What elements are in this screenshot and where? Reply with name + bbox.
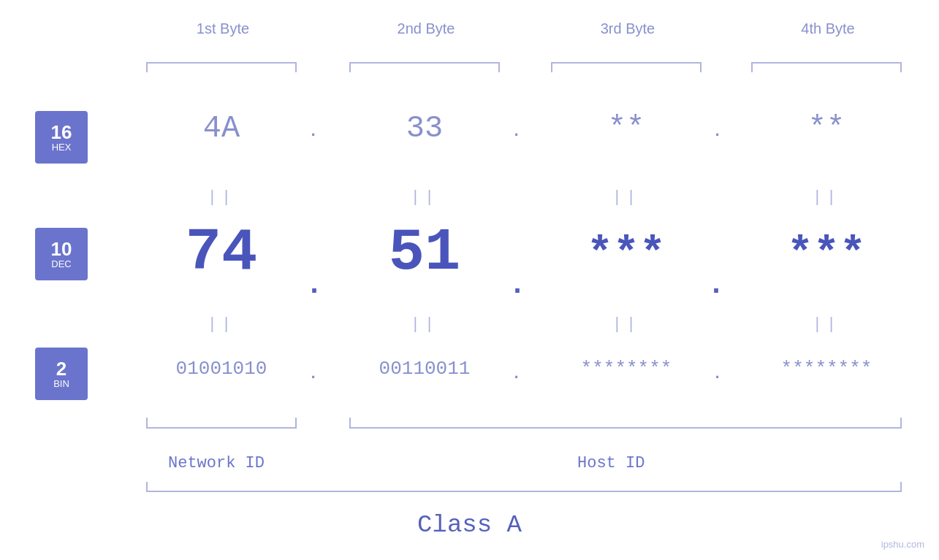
col3-header: 3rd Byte — [551, 20, 704, 37]
dec-val3: *** — [551, 219, 702, 279]
bin-badge-num: 2 — [56, 359, 66, 378]
col2-header: 2nd Byte — [349, 20, 503, 37]
bin-val4: ******** — [744, 358, 909, 380]
hex-badge-num: 16 — [51, 123, 72, 142]
bracket-class-tick-r — [900, 482, 902, 492]
bracket-bot-host — [349, 427, 902, 429]
hex-badge-label: HEX — [52, 142, 72, 153]
hex-val1: 4A — [146, 111, 297, 146]
hex-val3: ** — [551, 111, 702, 146]
dec-badge-label: DEC — [51, 258, 71, 269]
bin-val3: ******** — [544, 358, 709, 380]
bin-val2: 00110011 — [342, 358, 507, 380]
dot-hex-2: . — [512, 123, 521, 141]
dot-bin-2: . — [512, 365, 521, 383]
bracket-bot-tick-l — [146, 418, 148, 428]
bracket-top-col1 — [146, 62, 297, 64]
watermark: ipshu.com — [881, 539, 924, 550]
eq1-col1: || — [146, 188, 297, 207]
hex-val4: ** — [751, 111, 902, 146]
bracket-class-line — [146, 491, 902, 492]
dot-hex-1: . — [308, 123, 318, 141]
bracket-tick-r-col1 — [295, 62, 297, 72]
network-id-label: Network ID — [168, 454, 265, 472]
bracket-tick-r-col3 — [700, 62, 702, 72]
dec-val2: 51 — [349, 219, 500, 287]
hex-val2: 33 — [349, 111, 500, 146]
dot-dec-1: . — [305, 269, 323, 302]
bracket-top-col2 — [349, 62, 500, 64]
dec-val4: *** — [751, 219, 902, 279]
col1-header: 1st Byte — [146, 20, 300, 37]
eq2-col3: || — [551, 315, 702, 334]
dot-bin-1: . — [308, 365, 318, 383]
col4-header: 4th Byte — [751, 20, 905, 37]
dot-hex-3: . — [712, 123, 722, 141]
eq2-col2: || — [349, 315, 500, 334]
bracket-bot-network — [146, 427, 297, 429]
dot-bin-3: . — [712, 365, 722, 383]
dec-val1: 74 — [146, 219, 297, 287]
eq1-col3: || — [551, 188, 702, 207]
dec-badge-num: 10 — [51, 239, 72, 258]
eq1-col4: || — [751, 188, 902, 207]
bin-badge-label: BIN — [53, 378, 69, 389]
dec-badge: 10 DEC — [35, 228, 88, 280]
bracket-bot-tick-r — [295, 418, 297, 428]
eq2-col1: || — [146, 315, 297, 334]
class-label: Class A — [417, 511, 522, 539]
bracket-tick-l-col4 — [751, 62, 753, 72]
dot-dec-3: . — [707, 269, 725, 302]
bracket-class-tick-l — [146, 482, 148, 492]
eq1-col2: || — [349, 188, 500, 207]
page: 16 HEX 10 DEC 2 BIN 1st Byte 2nd Byte 3r… — [0, 0, 939, 560]
bracket-bot-host-tick-r — [900, 418, 902, 428]
dot-dec-2: . — [509, 269, 526, 302]
hex-badge: 16 HEX — [35, 111, 88, 164]
bin-val1: 01001010 — [139, 358, 304, 380]
bin-badge: 2 BIN — [35, 348, 88, 400]
bracket-top-col3 — [551, 62, 702, 64]
bracket-tick-r-col4 — [900, 62, 902, 72]
eq2-col4: || — [751, 315, 902, 334]
bracket-tick-r-col2 — [498, 62, 500, 72]
bracket-tick-l-col3 — [551, 62, 552, 72]
host-id-label: Host ID — [577, 454, 645, 472]
bracket-tick-l-col1 — [146, 62, 148, 72]
bracket-bot-host-tick-l — [349, 418, 351, 428]
bracket-top-col4 — [751, 62, 902, 64]
bracket-tick-l-col2 — [349, 62, 351, 72]
